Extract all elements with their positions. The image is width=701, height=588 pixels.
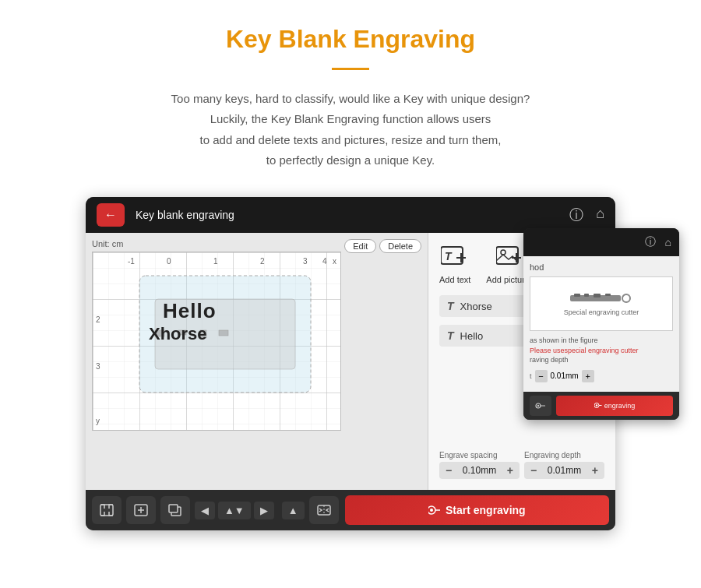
sec-depth-value: 0.01mm	[549, 371, 580, 380]
sec-start-button[interactable]: engraving	[556, 396, 673, 416]
flip-button[interactable]	[309, 496, 339, 524]
zoom-icon	[134, 504, 148, 516]
title-divider	[332, 68, 369, 70]
svg-text:-1: -1	[128, 257, 135, 266]
copy-button[interactable]	[160, 496, 190, 524]
add-text-icon: T	[441, 245, 469, 270]
svg-text:1: 1	[213, 257, 218, 266]
fullscreen-button[interactable]	[92, 496, 122, 524]
svg-point-44	[537, 405, 539, 407]
engraving-depth-control: − 0.01mm +	[524, 462, 604, 479]
help-icon[interactable]: ⓘ	[569, 206, 583, 224]
svg-rect-40	[594, 294, 601, 298]
svg-text:3: 3	[96, 362, 100, 371]
text-item-label-2: Hello	[460, 330, 484, 342]
edit-button[interactable]: Edit	[344, 239, 376, 253]
sec-settings-icon[interactable]	[530, 396, 551, 416]
engrave-spacing-label: Engrave spacing	[439, 451, 520, 459]
svg-text:4: 4	[322, 257, 327, 266]
bottom-toolbar: ◀ ▲▼ ▶ ▲	[86, 490, 615, 530]
svg-text:x: x	[333, 257, 336, 266]
nav-up-button[interactable]: ▲	[282, 502, 305, 519]
toolbar-left: ◀ ▲▼ ▶ ▲	[92, 496, 339, 524]
description: Too many keys, hard to classify, would l…	[47, 89, 654, 171]
top-bar-icons: ⓘ ⌂	[569, 206, 604, 224]
sec-icon-svg	[535, 401, 546, 410]
sec-depth-label: t	[530, 372, 532, 380]
text-item-label-1: Xhorse	[460, 301, 492, 312]
back-button[interactable]: ←	[97, 203, 125, 227]
engraving-depth-label: Engraving depth	[524, 451, 604, 459]
canvas-panel: Unit: cm Edit Delete	[86, 233, 428, 490]
svg-text:T: T	[445, 250, 453, 262]
desc-line3: to add and delete texts and pictures, re…	[47, 130, 654, 150]
svg-point-35	[430, 509, 433, 512]
sec-note-line2: Please usespecial engraving cutter	[530, 346, 673, 356]
svg-rect-38	[574, 294, 580, 297]
svg-text:3: 3	[303, 257, 308, 266]
sec-start-icon	[594, 402, 602, 409]
start-engraving-button[interactable]: Start engraving	[345, 495, 609, 525]
sec-note-line3: raving depth	[530, 355, 673, 365]
add-pictures-icon-box	[495, 244, 526, 272]
svg-text:2: 2	[96, 315, 100, 324]
grid-canvas: -1 0 1 2 3 4 x 2 3 y	[92, 252, 341, 431]
text-type-icon-1: T	[447, 300, 454, 312]
sec-title: hod	[530, 262, 673, 272]
svg-point-42	[622, 294, 630, 302]
engraving-depth-plus[interactable]: +	[590, 464, 600, 477]
sec-help-icon[interactable]: ⓘ	[645, 235, 656, 249]
desc-line2: Luckily, the Key Blank Engraving functio…	[47, 109, 654, 129]
edit-delete-row: Edit Delete	[344, 239, 421, 253]
sec-note: as shown in the figure Please usespecial…	[530, 336, 673, 365]
sec-image-area: Special engraving cutter	[530, 276, 673, 331]
add-pictures-icon	[496, 245, 524, 270]
engrave-spacing-minus[interactable]: −	[444, 464, 453, 477]
ui-container: ← Key blank engraving ⓘ ⌂ Unit: cm Edit …	[0, 189, 701, 554]
flip-icon	[317, 504, 331, 516]
fullscreen-icon	[100, 504, 114, 516]
start-icon	[428, 505, 441, 516]
add-text-icon-box: T	[439, 244, 470, 272]
sec-bottom-toolbar: engraving	[523, 392, 679, 420]
zoom-button[interactable]	[126, 496, 156, 524]
key-blade-svg	[570, 291, 632, 305]
sec-note-line1: as shown in the figure	[530, 336, 673, 346]
add-text-button[interactable]: T Add text	[439, 244, 470, 284]
svg-point-47	[596, 405, 597, 407]
sec-depth-ctrl: − 0.01mm +	[535, 370, 594, 382]
svg-text:0: 0	[167, 257, 171, 266]
back-arrow-icon: ←	[104, 208, 117, 222]
svg-rect-17	[219, 330, 228, 336]
nav-left-button[interactable]: ◀	[195, 502, 215, 519]
svg-rect-22	[496, 247, 518, 264]
nav-right-button[interactable]: ▶	[254, 502, 274, 519]
svg-text:2: 2	[260, 257, 265, 266]
toolbar-nav: ◀ ▲▼ ▶	[195, 502, 274, 519]
svg-rect-41	[605, 294, 611, 296]
start-engraving-label: Start engraving	[446, 504, 526, 516]
sec-depth-plus[interactable]: +	[582, 370, 594, 382]
sec-start-label: engraving	[604, 402, 636, 410]
canvas-text-xhorse: Xhorse	[149, 324, 207, 344]
sec-depth-minus[interactable]: −	[535, 370, 548, 382]
text-type-icon-2: T	[447, 329, 454, 342]
svg-rect-31	[169, 505, 178, 512]
engraving-depth-value: 0.01mm	[541, 465, 587, 476]
engraving-depth-minus[interactable]: −	[529, 464, 538, 477]
settings-row: Engrave spacing − 0.10mm + Engraving dep…	[439, 451, 604, 479]
header-section: Key Blank Engraving Too many keys, hard …	[0, 0, 701, 189]
sec-setting-row: t − 0.01mm +	[530, 370, 673, 382]
sec-home-icon[interactable]: ⌂	[665, 236, 671, 248]
engrave-spacing-group: Engrave spacing − 0.10mm +	[439, 451, 520, 479]
sec-top-bar: ⓘ ⌂	[523, 228, 679, 256]
copy-icon	[168, 504, 182, 516]
home-icon[interactable]: ⌂	[596, 206, 604, 224]
secondary-device-frame: ⓘ ⌂ hod Special engraving cutter as show…	[523, 228, 679, 420]
engrave-spacing-plus[interactable]: +	[505, 464, 515, 477]
sec-note-link: special engraving cutter	[565, 347, 639, 354]
delete-button[interactable]: Delete	[379, 239, 421, 253]
nav-up-down-button[interactable]: ▲▼	[218, 502, 251, 519]
engrave-spacing-value: 0.10mm	[456, 465, 502, 476]
svg-text:y: y	[96, 417, 100, 425]
